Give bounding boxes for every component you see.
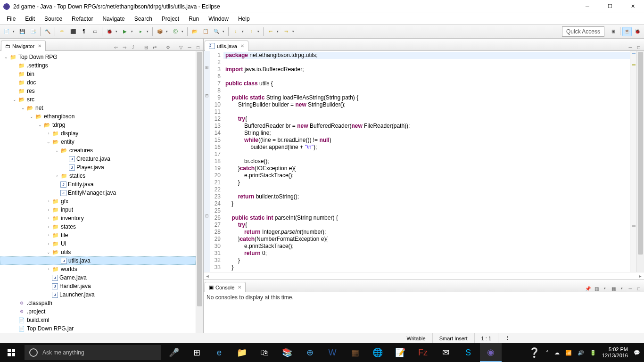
task-view-icon[interactable]: ⊞ [186, 343, 207, 362]
open-perspective-button[interactable]: ⊞ [609, 27, 618, 36]
tree-item[interactable]: ⌄📂net [0, 104, 196, 112]
tree-item[interactable]: 📁bin [0, 70, 196, 78]
tray-caret-icon[interactable]: ˄ [546, 350, 549, 356]
editor-body[interactable]: ⊞⊟⊟ 123678910111213141516171819202122232… [204, 51, 644, 272]
up-icon[interactable]: ⤴ [130, 44, 136, 50]
show-whitespace-button[interactable]: ¶ [79, 27, 89, 36]
tree-item[interactable]: JPlayer.java [0, 163, 196, 172]
save-all-button[interactable]: 📑 [28, 27, 38, 36]
tree-item[interactable]: ⌄📂src [0, 95, 196, 104]
back-button[interactable]: ⇐ [266, 27, 275, 36]
tree-item[interactable]: ›📁worlds [0, 265, 196, 273]
menu-source[interactable]: Source [40, 14, 67, 24]
onedrive-icon[interactable]: ☁ [554, 350, 560, 356]
menu-help[interactable]: Help [233, 14, 255, 24]
open-console-icon[interactable]: ▦ [610, 285, 617, 292]
new-package-button[interactable]: 📦 [155, 27, 165, 36]
display-console-icon[interactable]: ▥ [593, 285, 600, 292]
notepad-icon[interactable]: 📝 [389, 343, 411, 362]
tree-item[interactable]: ›📁tile [0, 231, 196, 239]
run-last-button[interactable]: ▸ [136, 27, 145, 36]
menu-search[interactable]: Search [130, 14, 157, 24]
menu-file[interactable]: File [2, 14, 20, 24]
close-button[interactable]: ✕ [626, 2, 639, 11]
tree-item[interactable]: JCreature.java [0, 155, 196, 163]
minecraft-icon[interactable]: ▦ [344, 343, 366, 362]
minimize-button[interactable]: ─ [581, 2, 594, 11]
tree-item[interactable]: ›📁statics [0, 172, 196, 180]
eclipse-taskbar-icon[interactable]: ◉ [480, 343, 502, 362]
battery-icon[interactable]: 🔋 [590, 350, 596, 356]
maximize-button[interactable]: ☐ [603, 2, 617, 11]
help-icon[interactable]: ❔ [528, 347, 540, 358]
menu-refactor[interactable]: Refactor [67, 14, 98, 24]
menu-window[interactable]: Window [204, 14, 233, 24]
maximize-editor-icon[interactable]: □ [636, 44, 642, 50]
scroll-right-icon[interactable]: ► [636, 274, 644, 279]
toggle-mark-button[interactable]: ▭ [90, 27, 99, 36]
tree-item[interactable]: ⌄📁Top Down RPG [0, 53, 196, 61]
debug-button[interactable]: 🐞 [105, 27, 114, 36]
tree-item[interactable]: Jutils.java [0, 256, 196, 265]
pin-console-icon[interactable]: 📌 [585, 285, 591, 292]
minimize-view-icon[interactable]: ─ [186, 44, 193, 50]
navigator-scrollbar[interactable] [196, 51, 203, 333]
console-tab[interactable]: ▣ Console ✕ [205, 282, 246, 292]
tree-item[interactable]: ⚙.project [0, 307, 196, 316]
tree-item[interactable]: ⌄📂creatures [0, 146, 196, 155]
app-icon-1[interactable]: ⊕ [299, 343, 321, 362]
scroll-left-icon[interactable]: ◄ [204, 274, 211, 279]
tree-item[interactable]: JEntity.java [0, 180, 196, 189]
overview-ruler[interactable] [630, 51, 636, 272]
close-icon[interactable]: ✕ [238, 285, 241, 290]
toggle-breakpoint-button[interactable]: ✏ [58, 27, 67, 36]
filter-icon[interactable]: ⚙ [165, 44, 171, 50]
action-center-icon[interactable]: 💬 [634, 350, 640, 356]
file-explorer-icon[interactable]: 📁 [231, 343, 253, 362]
mic-icon[interactable]: 🎤 [163, 343, 185, 362]
link-editor-icon[interactable]: ⇄ [151, 44, 158, 50]
java-perspective-button[interactable]: ☕ [622, 27, 632, 36]
navigator-tree[interactable]: ⌄📁Top Down RPG📁.settings📁bin📁doc📁res⌄📂sr… [0, 51, 196, 333]
forward-icon[interactable]: ⇒ [121, 44, 128, 50]
taskbar-clock[interactable]: 5:02 PM 12/13/2016 [602, 346, 628, 359]
tree-item[interactable]: ›📁gfx [0, 197, 196, 206]
tree-item[interactable]: ›📁UI [0, 239, 196, 248]
tree-item[interactable]: JHandler.java [0, 282, 196, 290]
email-icon[interactable]: ✉ [435, 343, 456, 362]
volume-icon[interactable]: 🔊 [578, 350, 584, 356]
prev-annotation-button[interactable]: ↑ [247, 27, 256, 36]
new-class-button[interactable]: Ⓒ [171, 27, 180, 36]
view-menu-icon[interactable]: ▽ [178, 44, 184, 50]
editor-hscroll[interactable]: ◄ ► [204, 272, 644, 280]
tree-item[interactable]: 📁doc [0, 78, 196, 87]
navigator-tab[interactable]: 🗀 Navigator ✕ [1, 41, 46, 51]
close-icon[interactable]: ✕ [38, 43, 41, 49]
cortana-search[interactable]: Ask me anything [25, 345, 161, 360]
menu-edit[interactable]: Edit [20, 14, 40, 24]
back-icon[interactable]: ⇐ [113, 44, 119, 50]
quick-access-input[interactable]: Quick Access [562, 26, 604, 37]
tree-item[interactable]: 📄build.xml [0, 316, 196, 324]
word-icon[interactable]: W [322, 343, 343, 362]
store-icon[interactable]: 🛍 [254, 343, 275, 362]
build-button[interactable]: 🔨 [43, 27, 52, 36]
maximize-console-icon[interactable]: □ [636, 285, 642, 292]
save-button[interactable]: 💾 [17, 27, 27, 36]
forward-button[interactable]: ⇒ [281, 27, 291, 36]
tree-item[interactable]: ›📁display [0, 129, 196, 138]
next-annotation-button[interactable]: ↓ [231, 27, 240, 36]
menu-navigate[interactable]: Navigate [98, 14, 129, 24]
code-area[interactable]: package net.ethangibson.tdrpg.utils; imp… [223, 51, 630, 272]
tree-item[interactable]: ⌄📂utils [0, 248, 196, 256]
minimize-editor-icon[interactable]: ─ [627, 44, 634, 50]
run-button[interactable]: ▶ [120, 27, 130, 36]
close-icon[interactable]: ✕ [240, 43, 244, 49]
edge-icon[interactable]: e [208, 343, 230, 362]
fold-gutter[interactable]: ⊞⊟⊟ [204, 51, 210, 272]
tree-item[interactable]: ⌄📂ethangibson [0, 112, 196, 121]
tree-item[interactable]: ⌄📂entity [0, 138, 196, 146]
tree-item[interactable]: ›📁states [0, 222, 196, 231]
filezilla-icon[interactable]: Fz [412, 343, 434, 362]
winrar-icon[interactable]: 📚 [276, 343, 298, 362]
